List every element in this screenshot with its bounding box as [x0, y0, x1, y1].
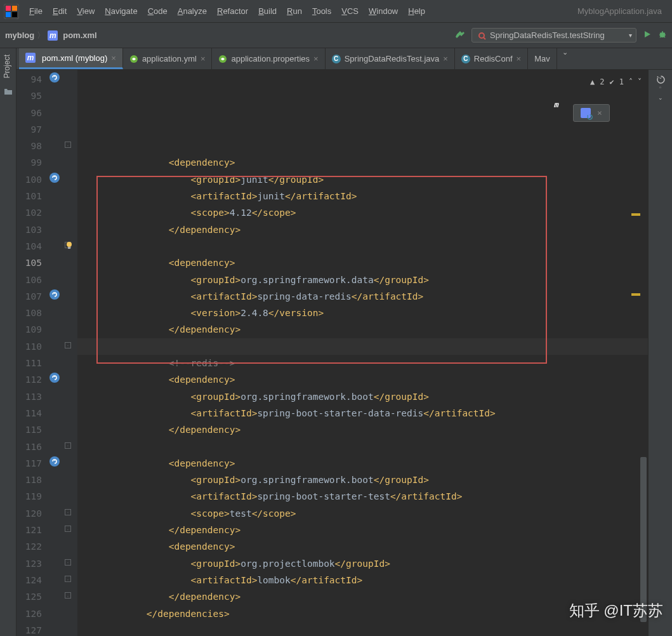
fold-handle-icon[interactable]: - — [65, 509, 71, 515]
line-number[interactable]: 109 — [16, 321, 42, 338]
line-number[interactable]: 95 — [16, 88, 42, 104]
line-number[interactable]: 99 — [16, 154, 42, 171]
debug-icon[interactable] — [658, 30, 667, 41]
close-icon[interactable]: × — [313, 54, 319, 63]
refresh-icon[interactable] — [656, 75, 666, 86]
line-number[interactable]: 115 — [16, 421, 42, 438]
line-number[interactable]: 122 — [16, 538, 42, 555]
code-line[interactable]: <dependency> — [77, 255, 648, 271]
code-line[interactable] — [77, 439, 648, 455]
line-gutter[interactable]: 9495969798991001011021031041051061071081… — [16, 70, 47, 636]
close-icon[interactable]: × — [517, 54, 522, 63]
chevron-down-icon[interactable]: ⌄ — [658, 95, 663, 101]
code-line[interactable]: <dependency> — [77, 455, 648, 472]
close-icon[interactable]: × — [111, 53, 116, 63]
line-number[interactable]: 110 — [16, 338, 42, 355]
code-line[interactable]: <groupId>org.springframework.boot</group… — [77, 388, 648, 405]
fold-handle-icon[interactable]: - — [65, 442, 71, 449]
menu-help[interactable]: Help — [403, 6, 430, 16]
maven-reload-popup[interactable]: m × — [573, 104, 610, 122]
code-line[interactable]: <artifactId>lombok</artifactId> — [77, 572, 648, 588]
line-number[interactable]: 100 — [16, 171, 42, 188]
line-number[interactable]: 119 — [16, 488, 42, 505]
maven-dependency-icon[interactable] — [49, 456, 61, 468]
breadcrumb-file[interactable]: pom.xml — [63, 30, 96, 40]
breadcrumb[interactable]: myblog 〉 m pom.xml — [5, 30, 97, 41]
tab-mav[interactable]: Mav — [528, 48, 557, 69]
line-number[interactable]: 111 — [16, 355, 42, 371]
menu-edit[interactable]: Edit — [48, 6, 72, 16]
fold-handle-icon[interactable]: - — [65, 576, 71, 582]
line-number[interactable]: 113 — [16, 388, 42, 405]
run-config-selector[interactable]: SpringDataRedisTest.testString — [471, 28, 636, 43]
fold-handle-icon[interactable]: - — [65, 526, 71, 532]
fold-handle-icon[interactable]: - — [65, 142, 71, 148]
line-number[interactable]: 116 — [16, 439, 42, 455]
code-line[interactable] — [77, 338, 648, 355]
line-number[interactable]: 98 — [16, 138, 42, 154]
menu-window[interactable]: Window — [364, 6, 403, 16]
run-icon[interactable] — [643, 30, 652, 41]
code-line[interactable]: <groupId>junit</groupId> — [77, 171, 648, 188]
tab-redisconf[interactable]: CRedisConf× — [455, 48, 528, 69]
maven-dependency-icon[interactable] — [49, 373, 61, 384]
code-line[interactable]: <artifactId>spring-boot-starter-test</ar… — [77, 488, 648, 505]
menu-analyze[interactable]: Analyze — [173, 6, 212, 16]
scrollbar[interactable] — [640, 70, 647, 636]
code-line[interactable] — [77, 238, 648, 255]
line-number[interactable]: 101 — [16, 188, 42, 204]
tab-application-yml[interactable]: application.yml× — [123, 48, 213, 69]
menu-view[interactable]: View — [72, 6, 100, 16]
menu-run[interactable]: Run — [282, 6, 307, 16]
tabs-overflow-icon[interactable]: ⌄ — [557, 48, 573, 69]
code-line[interactable]: <!--redis--> — [77, 355, 648, 371]
line-number[interactable]: 126 — [16, 606, 42, 622]
line-number[interactable]: 108 — [16, 305, 42, 321]
scroll-thumb[interactable] — [640, 457, 647, 622]
maven-dependency-icon[interactable] — [49, 72, 61, 84]
menu-tools[interactable]: Tools — [307, 6, 336, 16]
code-line[interactable]: <groupId>org.projectlombok</groupId> — [77, 555, 648, 572]
menu-navigate[interactable]: Navigate — [100, 6, 142, 16]
line-number[interactable]: 96 — [16, 105, 42, 121]
tab-application-properties[interactable]: application.properties× — [212, 48, 325, 69]
code-area[interactable]: ▲ 2 ✔ 1 ˄ ˅ m × <dependency> <groupId>ju… — [77, 70, 648, 636]
tab-pom-xml-myblog-[interactable]: mpom.xml (myblog)× — [19, 48, 123, 69]
close-icon[interactable]: × — [201, 54, 206, 63]
line-number[interactable]: 125 — [16, 588, 42, 605]
menu-build[interactable]: Build — [253, 6, 282, 16]
line-number[interactable]: 120 — [16, 505, 42, 522]
close-icon[interactable]: × — [443, 54, 448, 63]
code-line[interactable]: <dependency> — [77, 154, 648, 171]
project-tool-button[interactable]: Project — [0, 48, 14, 84]
code-line[interactable]: <version>2.4.8</version> — [77, 305, 648, 321]
warning-marker[interactable] — [631, 213, 640, 216]
code-line[interactable]: <scope>test</scope> — [77, 505, 648, 522]
code-line[interactable]: <artifactId>spring-boot-starter-data-red… — [77, 405, 648, 421]
line-number[interactable]: 114 — [16, 405, 42, 421]
code-line[interactable]: <groupId>org.springframework.data</group… — [77, 272, 648, 288]
line-number[interactable]: 127 — [16, 622, 42, 636]
fold-handle-icon[interactable]: - — [65, 559, 71, 566]
menu-vcs[interactable]: VCS — [336, 6, 364, 16]
intention-bulb-icon[interactable] — [65, 241, 74, 249]
line-number[interactable]: 105 — [16, 255, 42, 271]
code-line[interactable]: <artifactId>junit</artifactId> — [77, 188, 648, 204]
line-number[interactable]: 104 — [16, 238, 42, 255]
code-line[interactable]: <dependency> — [77, 538, 648, 555]
maven-dependency-icon[interactable] — [49, 289, 61, 301]
line-number[interactable]: 124 — [16, 572, 42, 588]
prev-highlight-icon[interactable]: ˄ — [629, 74, 633, 90]
line-number[interactable]: 118 — [16, 472, 42, 488]
code-line[interactable]: </dependency> — [77, 522, 648, 538]
fold-handle-icon[interactable]: - — [65, 342, 71, 348]
tab-springdataredistest-java[interactable]: CSpringDataRedisTest.java× — [326, 48, 455, 69]
warning-marker[interactable] — [631, 293, 640, 296]
menu-refactor[interactable]: Refactor — [212, 6, 253, 16]
code-line[interactable]: </dependency> — [77, 321, 648, 338]
breadcrumb-project[interactable]: myblog — [5, 30, 34, 40]
code-line[interactable]: </dependency> — [77, 421, 648, 438]
code-line[interactable]: </dependency> — [77, 222, 648, 238]
menu-file[interactable]: File — [24, 6, 48, 16]
menu-code[interactable]: Code — [143, 6, 173, 16]
